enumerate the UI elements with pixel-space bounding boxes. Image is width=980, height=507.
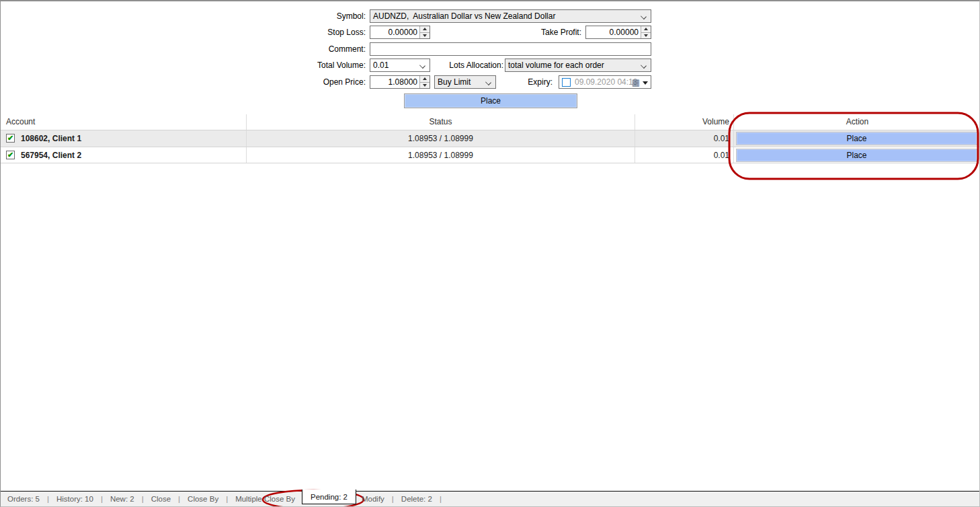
chevron-down-icon xyxy=(485,79,491,85)
tab-multiple-close-by[interactable]: Multiple Close By xyxy=(231,492,299,506)
stop-loss-spinner[interactable] xyxy=(419,26,430,38)
tab-divider: | xyxy=(222,492,231,506)
action-cell: Place xyxy=(733,147,980,163)
spin-up-icon[interactable] xyxy=(641,26,651,33)
place-row-button[interactable]: Place xyxy=(736,132,977,145)
spin-up-icon[interactable] xyxy=(420,26,430,33)
spin-down-icon[interactable] xyxy=(641,33,651,39)
take-profit-label: Take Profit: xyxy=(541,26,581,39)
open-price-input[interactable]: 1.08000 xyxy=(370,75,430,89)
volume-cell: 0.01 xyxy=(635,147,733,163)
spin-up-icon[interactable] xyxy=(420,76,430,83)
dropdown-arrow-icon[interactable] xyxy=(643,81,648,85)
tab-orders[interactable]: Orders: 5 xyxy=(3,492,44,506)
bottom-tab-bar: Orders: 5 | History: 10 | New: 2 | Close… xyxy=(1,491,979,506)
calendar-icon[interactable]: ▦ xyxy=(632,77,640,88)
comment-input[interactable] xyxy=(370,42,651,56)
chevron-down-icon xyxy=(641,63,647,69)
take-profit-input[interactable]: 0.00000 xyxy=(585,26,651,39)
tab-divider: | xyxy=(436,492,445,506)
expiry-checkbox[interactable] xyxy=(562,78,571,87)
tab-new[interactable]: New: 2 xyxy=(106,492,138,506)
spin-down-icon[interactable] xyxy=(420,83,430,89)
expiry-value: 09.09.2020 04:13 xyxy=(575,76,637,88)
tab-divider: | xyxy=(44,492,52,506)
tab-divider: | xyxy=(138,492,147,506)
take-profit-spinner[interactable] xyxy=(641,26,651,38)
tab-divider: | xyxy=(389,492,397,506)
volume-cell: 0.01 xyxy=(635,130,733,147)
table-row[interactable]: ✔567954, Client 2 1.08953 / 1.08999 0.01… xyxy=(1,147,980,163)
lots-allocation-value: total volume for each order xyxy=(508,59,639,71)
tab-divider: | xyxy=(97,492,106,506)
column-header-volume[interactable]: Volume xyxy=(635,114,733,130)
multi-account-order-window: Symbol: AUDNZD, Australian Dollar vs New… xyxy=(0,0,980,507)
status-cell: 1.08953 / 1.08999 xyxy=(246,130,635,147)
expiry-field[interactable]: 09.09.2020 04:13 ▦ xyxy=(559,75,651,89)
stop-loss-input[interactable]: 0.00000 xyxy=(370,26,430,39)
table-header-row: Account Status Volume Action xyxy=(1,114,980,130)
tab-pending[interactable]: Pending: 2 xyxy=(302,490,356,504)
lots-allocation-combo[interactable]: total volume for each order xyxy=(505,58,651,72)
open-price-label: Open Price: xyxy=(323,75,366,89)
open-price-value: 1.08000 xyxy=(373,76,417,88)
account-cell: ✔567954, Client 2 xyxy=(1,147,246,163)
action-cell: Place xyxy=(733,130,980,147)
account-name: 567954, Client 2 xyxy=(21,151,81,160)
symbol-label: Symbol: xyxy=(337,9,366,23)
accounts-table: Account Status Volume Action ✔108602, Cl… xyxy=(1,114,980,163)
tab-close-by[interactable]: Close By xyxy=(183,492,222,506)
spin-down-icon[interactable] xyxy=(420,33,430,39)
order-type-value: Buy Limit xyxy=(438,76,483,88)
chevron-down-icon xyxy=(419,63,425,69)
order-type-combo[interactable]: Buy Limit xyxy=(434,75,496,89)
symbol-value: AUDNZD, Australian Dollar vs New Zealand… xyxy=(373,10,639,22)
tab-close[interactable]: Close xyxy=(147,492,175,506)
chevron-down-icon xyxy=(641,13,647,20)
tab-delete[interactable]: Delete: 2 xyxy=(397,492,436,506)
table-row[interactable]: ✔108602, Client 1 1.08953 / 1.08999 0.01… xyxy=(1,130,980,147)
column-header-action[interactable]: Action xyxy=(733,114,980,130)
place-button[interactable]: Place xyxy=(404,93,577,108)
column-header-status[interactable]: Status xyxy=(246,114,635,130)
symbol-select[interactable]: AUDNZD, Australian Dollar vs New Zealand… xyxy=(370,9,651,23)
open-price-spinner[interactable] xyxy=(419,76,430,88)
tab-history[interactable]: History: 10 xyxy=(52,492,97,506)
expiry-label: Expiry: xyxy=(528,75,553,89)
checkbox-checked-icon[interactable]: ✔ xyxy=(6,134,15,143)
account-name: 108602, Client 1 xyxy=(21,134,81,143)
checkbox-checked-icon[interactable]: ✔ xyxy=(6,151,15,159)
tab-divider: | xyxy=(175,492,183,506)
column-header-account[interactable]: Account xyxy=(1,114,246,130)
tab-modify[interactable]: Modify xyxy=(358,492,389,506)
lots-allocation-label: Lots Allocation: xyxy=(449,58,503,72)
stop-loss-value: 0.00000 xyxy=(373,26,417,38)
total-volume-label: Total Volume: xyxy=(317,58,366,72)
take-profit-value: 0.00000 xyxy=(589,26,639,38)
account-cell: ✔108602, Client 1 xyxy=(1,130,246,147)
status-cell: 1.08953 / 1.08999 xyxy=(246,147,635,163)
comment-label: Comment: xyxy=(329,42,366,56)
total-volume-value: 0.01 xyxy=(373,59,417,71)
stop-loss-label: Stop Loss: xyxy=(327,26,366,39)
total-volume-combo[interactable]: 0.01 xyxy=(370,58,430,72)
place-row-button[interactable]: Place xyxy=(736,149,977,162)
